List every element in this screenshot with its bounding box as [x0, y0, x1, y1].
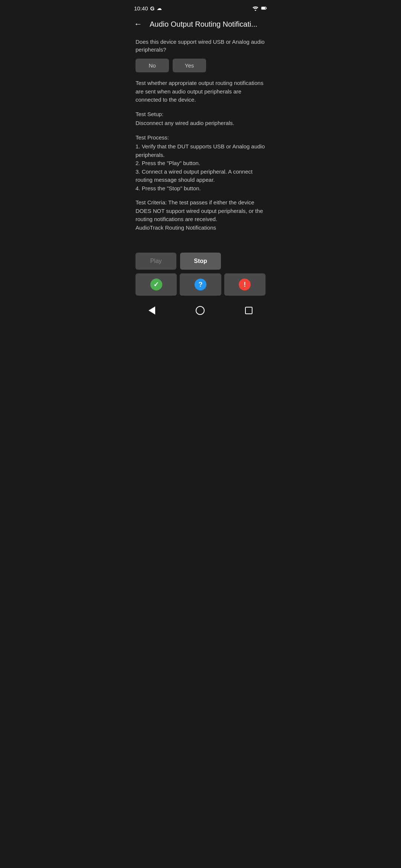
status-bar-right — [252, 5, 267, 11]
status-bar-left: 10:40 G ☁ — [134, 5, 162, 11]
stop-button[interactable]: Stop — [180, 253, 221, 270]
svg-rect-2 — [262, 7, 265, 9]
status-bar: 10:40 G ☁ — [128, 0, 273, 15]
status-time: 10:40 — [134, 5, 148, 11]
back-button[interactable]: ← — [131, 18, 145, 30]
pass-icon: ✓ — [150, 279, 162, 290]
play-stop-row: Play Stop — [136, 253, 265, 270]
page-title: Audio Output Routing Notificati... — [150, 20, 267, 29]
google-icon: G — [150, 5, 155, 11]
fail-icon: ! — [239, 279, 251, 290]
no-button[interactable]: No — [136, 59, 169, 72]
question-text: Does this device support wired USB or An… — [136, 38, 265, 53]
test-setup-title: Test Setup: — [136, 110, 265, 119]
wifi-icon — [252, 6, 259, 11]
test-process-title: Test Process: — [136, 134, 265, 142]
description-text: Test whether appropriate output routing … — [136, 79, 265, 104]
info-button[interactable]: ? — [180, 273, 221, 296]
battery-icon — [261, 5, 267, 11]
cloud-icon: ☁ — [157, 5, 162, 11]
test-criteria-section: Test Criteria: The test passes if either… — [136, 198, 265, 232]
info-icon: ? — [195, 279, 206, 290]
test-setup-body: Disconnect any wired audio peripherals. — [136, 120, 234, 126]
play-button[interactable]: Play — [136, 253, 176, 270]
svg-point-0 — [255, 10, 256, 11]
test-process-body: 1. Verify that the DUT supports USB or A… — [136, 143, 265, 191]
toolbar: ← Audio Output Routing Notificati... — [128, 15, 273, 35]
yes-button[interactable]: Yes — [173, 59, 206, 72]
nav-recent-icon — [245, 307, 252, 314]
nav-recent-button[interactable] — [238, 304, 260, 317]
test-setup-section: Test Setup: Disconnect any wired audio p… — [136, 110, 265, 128]
nav-home-button[interactable] — [188, 303, 212, 318]
fail-button[interactable]: ! — [224, 273, 265, 296]
pass-button[interactable]: ✓ — [136, 273, 177, 296]
yn-buttons-row: No Yes — [136, 59, 265, 72]
main-content: Does this device support wired USB or An… — [128, 35, 273, 247]
svg-rect-3 — [266, 8, 267, 9]
nav-home-icon — [196, 306, 205, 315]
test-process-section: Test Process: 1. Verify that the DUT sup… — [136, 134, 265, 193]
nav-bar — [128, 299, 273, 324]
nav-back-icon — [149, 306, 155, 315]
bottom-controls: Play Stop ✓ ? ! — [128, 247, 273, 299]
test-criteria-title: Test Criteria: — [136, 199, 167, 206]
nav-back-button[interactable] — [141, 303, 163, 318]
result-buttons-row: ✓ ? ! — [136, 273, 265, 296]
